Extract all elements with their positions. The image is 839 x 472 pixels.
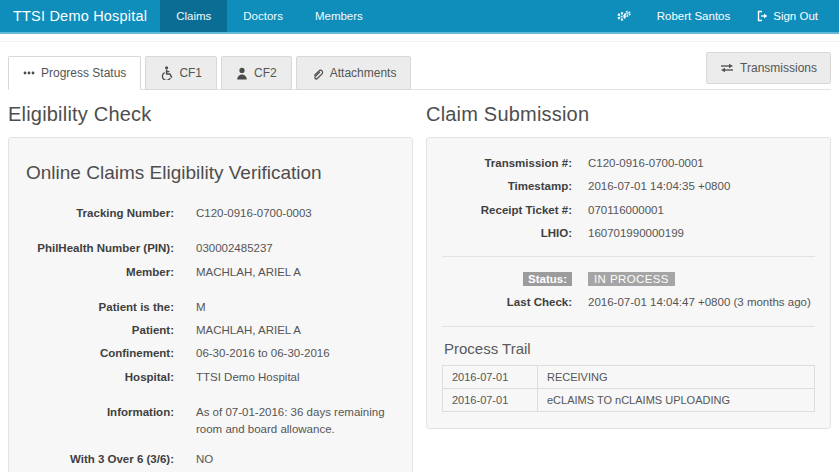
field-value: TTSI Demo Hospital [196, 369, 300, 386]
tab-attachments[interactable]: Attachments [296, 56, 412, 90]
panel-divider [442, 326, 815, 327]
eligibility-panel: Online Claims Eligibility Verification T… [8, 137, 413, 472]
field-label: Hospital: [24, 369, 174, 386]
field-value: As of 07-01-2016: 36 days remaining room… [196, 404, 397, 439]
field-label: Transmission #: [442, 155, 572, 172]
field-value: NO [196, 451, 213, 468]
sign-out-icon [756, 10, 768, 22]
nav-item-doctors[interactable]: Doctors [227, 0, 299, 32]
field-value: M [196, 299, 206, 316]
process-trail-table: 2016-07-01 RECEIVING 2016-07-01 eCLAIMS … [442, 365, 815, 412]
field-row-status: Status: IN PROCESS [442, 268, 815, 291]
table-row: 2016-07-01 RECEIVING [443, 365, 815, 388]
field-row-information: Information: As of 07-01-2016: 36 days r… [24, 401, 397, 442]
tab-label: CF2 [254, 66, 277, 80]
tab-label: Progress Status [41, 66, 126, 80]
transmissions-label: Transmissions [740, 61, 817, 75]
claim-submission-panel: Transmission #: C120-0916-0700-0001 Time… [426, 137, 831, 429]
process-trail-title: Process Trail [444, 340, 815, 357]
field-value: C120-0916-0700-0003 [196, 205, 312, 222]
tab-cf2[interactable]: CF2 [221, 56, 292, 90]
field-value: C120-0916-0700-0001 [588, 155, 704, 172]
user-name: Robert Santos [657, 10, 731, 22]
trail-status-cell: RECEIVING [538, 365, 815, 388]
field-label: Patient is the: [24, 299, 174, 316]
status-label-wrap: Status: [442, 271, 572, 288]
user-icon [236, 67, 248, 80]
field-row-patient: Patient: MACHLAH, ARIEL A [24, 319, 397, 342]
paperclip-icon [311, 67, 324, 80]
field-value: 06-30-2016 to 06-30-2016 [196, 345, 330, 362]
field-row-hospital: Hospital: TTSI Demo Hospital [24, 366, 397, 389]
field-row-receipt-ticket: Receipt Ticket #: 070116000001 [442, 199, 815, 222]
field-row-philhealth-pin: PhilHealth Number (PIN): 030002485237 [24, 237, 397, 260]
claim-submission-column: Claim Submission Transmission #: C120-09… [426, 90, 831, 429]
tab-progress-status[interactable]: Progress Status [8, 56, 141, 90]
field-label: LHIO: [442, 225, 572, 242]
field-label: Timestamp: [442, 178, 572, 195]
sign-out-label: Sign Out [773, 10, 818, 22]
nav-item-label: Doctors [243, 10, 283, 22]
field-label: Receipt Ticket #: [442, 202, 572, 219]
tab-label: Attachments [330, 66, 397, 80]
field-row-last-check: Last Check: 2016-07-01 14:04:47 +0800 (3… [442, 291, 815, 314]
field-label: Patient: [24, 322, 174, 339]
main-content: Eligibility Check Online Claims Eligibil… [0, 90, 839, 472]
header-divider [0, 41, 839, 42]
claim-tabs: Progress Status CF1 CF2 Attachments [8, 52, 831, 90]
field-label: Information: [24, 404, 174, 439]
status-badge: IN PROCESS [588, 272, 675, 286]
field-row-timestamp: Timestamp: 2016-07-01 14:04:35 +0800 [442, 175, 815, 198]
field-row-member: Member: MACHLAH, ARIEL A [24, 261, 397, 284]
tab-label: CF1 [179, 66, 202, 80]
field-label: Tracking Number: [24, 205, 174, 222]
wheelchair-icon [160, 66, 173, 80]
nav-item-members[interactable]: Members [299, 0, 379, 32]
field-value: 070116000001 [588, 202, 664, 219]
nav-item-label: Claims [176, 10, 211, 22]
user-menu[interactable]: Robert Santos [644, 0, 744, 32]
field-label: Member: [24, 264, 174, 281]
status-value-wrap: IN PROCESS [588, 271, 675, 288]
transmissions-button[interactable]: Transmissions [706, 52, 831, 84]
field-row-with-3-over-6: With 3 Over 6 (3/6): NO [24, 448, 397, 471]
field-label: PhilHealth Number (PIN): [24, 240, 174, 257]
nav-item-claims[interactable]: Claims [160, 0, 227, 32]
panel-divider [442, 256, 815, 257]
top-navbar: TTSI Demo Hospital Claims Doctors Member… [0, 0, 839, 34]
exchange-arrows-icon [720, 63, 734, 73]
field-row-transmission-number: Transmission #: C120-0916-0700-0001 [442, 152, 815, 175]
field-value: 2016-07-01 14:04:47 +0800 (3 months ago) [588, 294, 811, 311]
field-label: With 3 Over 6 (3/6): [24, 451, 174, 468]
eligibility-panel-title: Online Claims Eligibility Verification [26, 162, 397, 184]
trail-date-cell: 2016-07-01 [443, 365, 538, 388]
settings-cogs-icon[interactable] [603, 0, 644, 32]
field-label: Last Check: [442, 294, 572, 311]
brand-title[interactable]: TTSI Demo Hospital [0, 0, 160, 32]
sign-out-button[interactable]: Sign Out [743, 0, 831, 32]
field-value: 160701990000199 [588, 225, 684, 242]
trail-date-cell: 2016-07-01 [443, 388, 538, 411]
field-value: 2016-07-01 14:04:35 +0800 [588, 178, 730, 195]
nav-item-label: Members [315, 10, 363, 22]
eligibility-column: Eligibility Check Online Claims Eligibil… [8, 90, 413, 472]
navbar-right: Robert Santos Sign Out [603, 0, 839, 32]
field-row-lhio: LHIO: 160701990000199 [442, 222, 815, 245]
ellipsis-icon [23, 71, 35, 75]
field-value: MACHLAH, ARIEL A [196, 264, 301, 281]
eligibility-section-title: Eligibility Check [8, 103, 413, 126]
trail-status-cell: eCLAIMS TO nCLAIMS UPLOADING [538, 388, 815, 411]
field-row-tracking-number: Tracking Number: C120-0916-0700-0003 [24, 202, 397, 225]
tab-cf1[interactable]: CF1 [145, 56, 217, 90]
field-label: Confinement: [24, 345, 174, 362]
field-value: MACHLAH, ARIEL A [196, 322, 301, 339]
field-row-confinement: Confinement: 06-30-2016 to 06-30-2016 [24, 342, 397, 365]
status-label: Status: [523, 272, 572, 286]
table-row: 2016-07-01 eCLAIMS TO nCLAIMS UPLOADING [443, 388, 815, 411]
claim-section-title: Claim Submission [426, 103, 831, 126]
field-row-patient-is-the: Patient is the: M [24, 296, 397, 319]
field-value: 030002485237 [196, 240, 273, 257]
